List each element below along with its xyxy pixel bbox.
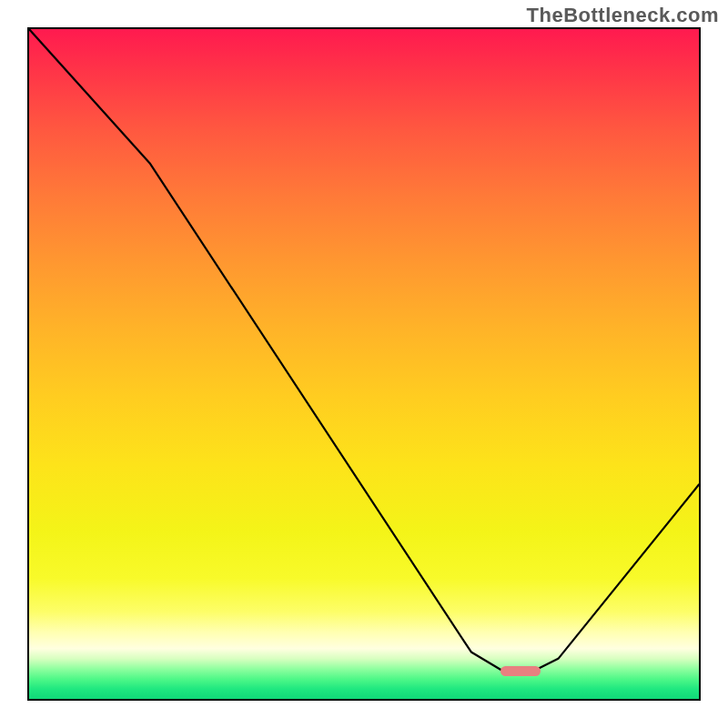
watermark-label: TheBottleneck.com xyxy=(527,4,719,27)
curve-svg xyxy=(29,29,699,699)
optimal-marker xyxy=(500,666,541,677)
chart-container: TheBottleneck.com xyxy=(0,0,728,728)
bottleneck-curve-path xyxy=(29,29,699,672)
plot-area xyxy=(27,27,701,701)
